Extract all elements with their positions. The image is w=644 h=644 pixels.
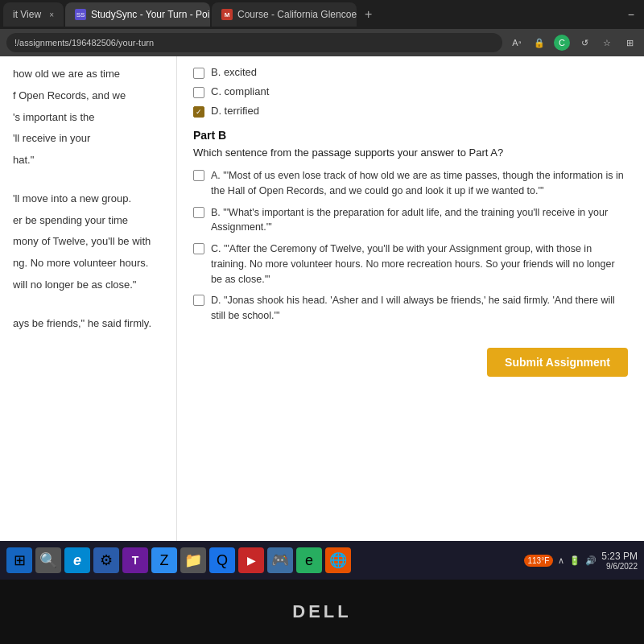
clock-date: 9/6/2022 (601, 562, 638, 571)
taskbar-right: 113°F ∧ 🔋 🔊 5:23 PM 9/6/2022 (524, 551, 638, 571)
choice-label-B: B. excited (211, 66, 257, 78)
tab-studysync[interactable]: SS StudySync - Your Turn - Point of × (65, 2, 210, 27)
url-text: !/assignments/196482506/your-turn (14, 38, 154, 47)
text-size-icon[interactable]: Aᵃ (509, 35, 525, 51)
checkbox-pb-C[interactable] (193, 243, 204, 254)
choice-text-pb-C: C. "'After the Ceremony of Twelve, you'l… (211, 242, 628, 287)
network-icon: ∧ (558, 555, 564, 566)
choice-text-pb-B: B. "'What's important is the preparation… (211, 205, 628, 236)
game-icon[interactable]: 🎮 (267, 547, 293, 573)
left-line-9: ng. No more volunteer hours. (13, 255, 163, 272)
part-b-choice-C[interactable]: C. "'After the Ceremony of Twelve, you'l… (193, 242, 628, 287)
browser-toolbar: Aᵃ 🔒 C ↺ ☆ ⊞ (509, 35, 638, 51)
left-line-1: how old we are as time (13, 66, 163, 83)
dell-area: DELL (0, 580, 644, 644)
left-line-6: 'll move into a new group. (13, 191, 163, 208)
taskbar: ⊞ 🔍 e ⚙ T Z 📁 Q ▶ 🎮 e 🌐 113°F ∧ 🔋 🔊 5:23… (0, 541, 644, 580)
browser-icon-ext[interactable]: ↺ (576, 35, 592, 51)
browser-chrome: it View × SS StudySync - Your Turn - Poi… (0, 0, 644, 56)
dell-logo: DELL (292, 601, 351, 622)
left-line-3: 's important is the (13, 109, 163, 126)
volume-icon: 🔊 (585, 555, 597, 566)
checkbox-D[interactable] (193, 106, 204, 118)
collections-icon[interactable]: ⊞ (621, 35, 638, 51)
checkbox-pb-A[interactable] (193, 170, 204, 181)
minimize-button[interactable]: − (621, 8, 641, 21)
el-icon[interactable]: e (296, 547, 322, 573)
submit-area: Submit Assignment (193, 340, 628, 377)
part-b-heading: Part B (193, 129, 628, 142)
url-bar[interactable]: !/assignments/196482506/your-turn (6, 33, 502, 52)
teams-icon[interactable]: T (122, 547, 148, 573)
choice-label-D: D. terrified (211, 105, 259, 117)
youtube-icon[interactable]: ▶ (238, 547, 264, 573)
zoom-icon[interactable]: Z (151, 547, 177, 573)
chrome-app-icon[interactable]: Q (209, 547, 235, 573)
start-icon[interactable]: ⊞ (6, 547, 32, 573)
tab-label-mcourse: Course - California Glencoe Mat (237, 9, 357, 20)
part-b-choice-D[interactable]: D. "Jonas shook his head. 'Asher and I w… (193, 293, 628, 324)
content-area: how old we are as time f Open Records, a… (0, 56, 644, 541)
part-b-choice-B[interactable]: B. "'What's important is the preparation… (193, 205, 628, 236)
submit-assignment-button[interactable]: Submit Assignment (487, 348, 628, 377)
left-line-10: will no longer be as close." (13, 277, 163, 294)
left-line-11: ays be friends," he said firmly. (13, 316, 163, 332)
studysync-icon: SS (75, 9, 86, 20)
new-tab-button[interactable]: + (358, 7, 378, 22)
mcourse-icon: M (221, 9, 233, 20)
part-b-question: Which sentence from the passage supports… (193, 147, 628, 159)
right-panel: B. excited C. compliant D. terrified Par… (177, 56, 644, 541)
clock-time: 5:23 PM (601, 551, 638, 562)
checkbox-B[interactable] (193, 68, 204, 79)
checkbox-pb-D[interactable] (193, 295, 204, 306)
choice-row-C[interactable]: C. compliant (193, 85, 628, 98)
left-line-7: er be spending your time (13, 213, 163, 229)
left-line-4: 'll receive in your (13, 130, 163, 147)
search-icon[interactable]: 🔍 (35, 547, 61, 573)
left-line-8: mony of Twelve, you'll be with (13, 233, 163, 250)
temp-display: 113°F (524, 555, 554, 565)
choice-label-C: C. compliant (211, 85, 269, 97)
battery-icon: 🔋 (569, 555, 580, 566)
tab-label-studysync: StudySync - Your Turn - Point of (91, 9, 210, 20)
left-line-2: f Open Records, and we (13, 88, 163, 105)
edge-browser-icon[interactable]: e (64, 547, 90, 573)
folder-icon[interactable]: 📁 (180, 547, 206, 573)
checkbox-pb-B[interactable] (193, 207, 204, 218)
temperature-badge: 113°F (524, 555, 554, 567)
left-panel: how old we are as time f Open Records, a… (0, 56, 177, 541)
tab-close-0[interactable]: × (49, 10, 54, 19)
settings-icon[interactable]: ⚙ (93, 547, 119, 573)
browser-icon-refresh[interactable]: C (554, 35, 570, 51)
left-line-5: hat." (13, 152, 163, 169)
address-bar: !/assignments/196482506/your-turn Aᵃ 🔒 C… (0, 29, 644, 56)
choice-row-D[interactable]: D. terrified (193, 105, 628, 118)
tab-bar: it View × SS StudySync - Your Turn - Poi… (0, 0, 644, 29)
choice-row-B[interactable]: B. excited (193, 66, 628, 79)
part-b-choice-A[interactable]: A. "'Most of us even lose track of how o… (193, 168, 628, 199)
choice-text-pb-A: A. "'Most of us even lose track of how o… (211, 168, 628, 199)
tab-label: it View (13, 9, 41, 20)
taskbar-clock: 5:23 PM 9/6/2022 (601, 551, 638, 571)
tab-it-view[interactable]: it View × (3, 2, 64, 27)
choice-text-pb-D: D. "Jonas shook his head. 'Asher and I w… (211, 293, 628, 324)
tab-mcourse[interactable]: M Course - California Glencoe Mat × (212, 2, 357, 27)
browser-icon-lock[interactable]: 🔒 (531, 35, 547, 51)
web-icon[interactable]: 🌐 (325, 547, 351, 573)
favorites-icon[interactable]: ☆ (599, 35, 615, 51)
checkbox-C[interactable] (193, 87, 204, 98)
